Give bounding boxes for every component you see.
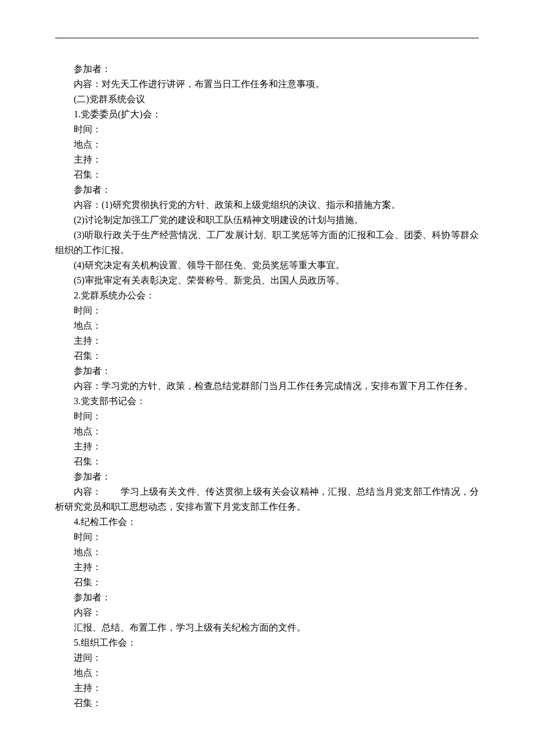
text-paragraph: (3)听取行政关于生产经营情况、工厂发展计划、职工奖惩等方面的汇报和工会、团委、…	[55, 228, 479, 258]
text-line: 内容：(1)研究贯彻执行党的方针、政策和上级党组织的决议、指示和措施方案。	[55, 197, 479, 213]
text-line: 召集：	[55, 575, 479, 590]
text-line: 地点：	[55, 137, 479, 152]
text-line: 主持：	[55, 560, 479, 575]
text-line: 主持：	[55, 439, 479, 454]
text-line: 召集：	[55, 454, 479, 469]
text-line: 地点：	[55, 424, 479, 439]
text-line: 2.党群系统办公会：	[55, 288, 479, 303]
text-line: 参加者：	[55, 62, 479, 77]
text-line: 参加者：	[55, 590, 479, 605]
text-line: 内容：对先天工作进行讲评，布置当日工作任务和注意事项。	[55, 77, 479, 92]
text-line: (4)研究决定有关机构设置、领导干部任免、党员奖惩等重大事宜。	[55, 258, 479, 273]
text-line: 地点：	[55, 665, 479, 681]
text-line: 参加者：	[55, 182, 479, 197]
text-line: (5)审批审定有关表彰决定、荣誉称号、新党员、出国人员政历等。	[55, 273, 479, 288]
text-line: (二)党群系统会议	[55, 92, 479, 107]
text-line: 时间：	[55, 409, 479, 424]
text-line: 时间：	[55, 530, 479, 545]
text-line: 主持：	[55, 333, 479, 348]
text-line: 召集：	[55, 696, 479, 711]
text-paragraph: 内容： 学习上级有关文件、传达贯彻上级有关会议精神，汇报、总结当月党支部工作情况…	[55, 484, 479, 514]
text-line: 4.纪检工作会：	[55, 514, 479, 530]
horizontal-rule	[55, 38, 479, 38]
text-line: 汇报、总结、布置工作，学习上级有关纪检方面的文件。	[55, 620, 479, 635]
text-line: 1.党委委员(扩大)会：	[55, 107, 479, 122]
text-line: 召集：	[55, 348, 479, 363]
text-line: 主持：	[55, 681, 479, 696]
document-page: 参加者： 内容：对先天工作进行讲评，布置当日工作任务和注意事项。 (二)党群系统…	[0, 0, 534, 756]
text-line: 地点：	[55, 545, 479, 560]
text-line: 内容：	[55, 605, 479, 620]
text-line: 地点：	[55, 318, 479, 333]
text-paragraph: 内容：学习党的方针、政策，检查总结党群部门当月工作任务完成情况，安排布置下月工作…	[55, 379, 479, 394]
text-line: 参加者：	[55, 469, 479, 484]
text-line: (2)讨论制定加强工厂党的建设和职工队伍精神文明建设的计划与措施。	[55, 213, 479, 228]
text-line: 进间：	[55, 650, 479, 665]
text-line: 参加者：	[55, 363, 479, 379]
text-line: 召集：	[55, 167, 479, 182]
text-line: 3.党支部书记会：	[55, 394, 479, 409]
text-line: 时间：	[55, 303, 479, 318]
text-line: 时间：	[55, 122, 479, 137]
text-line: 5.组织工作会：	[55, 635, 479, 650]
text-line: 主持：	[55, 152, 479, 167]
